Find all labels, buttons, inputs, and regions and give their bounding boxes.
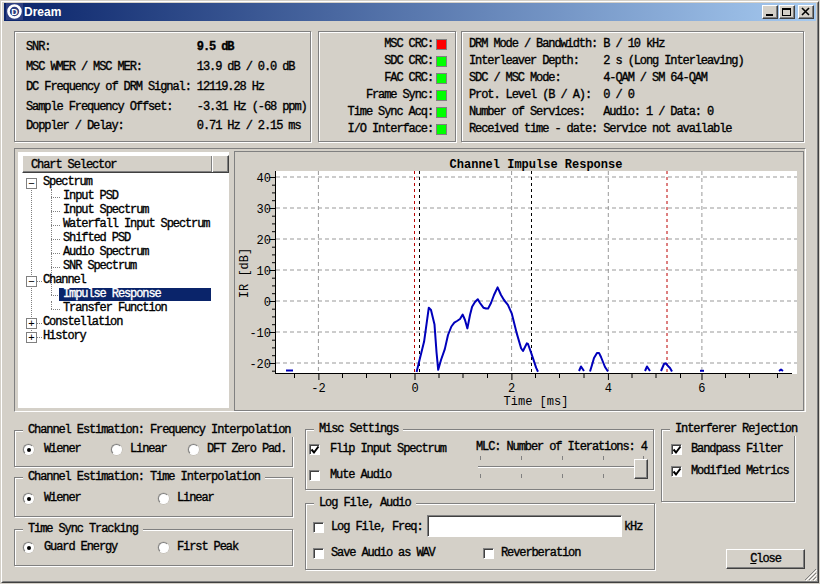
svg-text:Channel Impulse Response: Channel Impulse Response [450,158,623,172]
svg-text:2: 2 [508,382,515,396]
svg-text:-2: -2 [311,382,325,396]
svg-text:10: 10 [257,265,271,279]
svg-text:0: 0 [411,382,418,396]
svg-text:-10: -10 [249,327,271,341]
svg-text:-20: -20 [249,358,271,372]
svg-text:4: 4 [605,382,612,396]
svg-text:0: 0 [264,296,271,310]
svg-text:6: 6 [698,382,705,396]
svg-text:20: 20 [257,234,271,248]
svg-text:40: 40 [257,172,271,186]
svg-text:Time [ms]: Time [ms] [504,395,569,409]
svg-text:D: D [11,7,18,17]
svg-text:30: 30 [257,203,271,217]
svg-text:IR [dB]: IR [dB] [238,248,252,298]
